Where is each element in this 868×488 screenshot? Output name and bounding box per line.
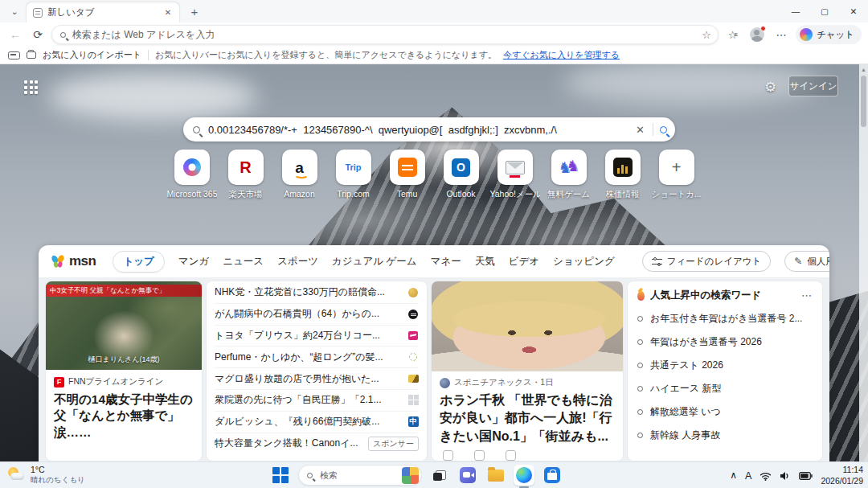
tray-clock[interactable]: 11:14 2026/01/29 — [821, 465, 863, 486]
browser-toolbar: ← ⟳ ☆ ☆≡ ⋯ チャット — [0, 23, 868, 47]
tab-weather[interactable]: 天気 — [475, 255, 495, 269]
favorites-import-button[interactable]: お気に入りのインポート — [43, 49, 141, 61]
windows-logo-icon — [272, 467, 289, 483]
microsoft-store-button[interactable] — [542, 465, 563, 486]
headline-item[interactable]: がん闘病中の石橋貴明（64）からの... — [215, 304, 419, 326]
scrollbar-thumb[interactable] — [861, 76, 866, 127]
quick-link-temu[interactable]: Temu — [382, 150, 432, 200]
hero-search-box[interactable]: ✕ — [183, 117, 675, 141]
speaker-icon[interactable] — [780, 471, 791, 481]
trending-search-item[interactable]: ハイエース 新型 — [637, 377, 813, 400]
tab-casual-games[interactable]: カジュアル ゲーム — [332, 255, 417, 269]
sponsored-headline-item[interactable]: 特大容量タンク搭載！Canonイ... スポンサー — [215, 433, 419, 455]
trending-search-item[interactable]: 新幹線 人身事故 — [637, 424, 813, 447]
search-icon — [637, 363, 643, 368]
trending-search-item[interactable]: 共通テスト 2026 — [637, 354, 813, 377]
news-card-photo[interactable]: スポニチアネックス・1日 ホラン千秋 「世界でも特に治安が良い」都市へ一人旅!「… — [431, 281, 624, 461]
search-icon — [60, 32, 66, 38]
publisher-black-disc-icon — [408, 310, 418, 319]
tab-sports[interactable]: スポーツ — [277, 255, 318, 269]
tray-chevron-icon[interactable]: ∧ — [730, 470, 737, 481]
amazon-icon: a — [295, 160, 304, 175]
search-icon — [637, 339, 643, 345]
hero-search-input[interactable] — [207, 123, 628, 137]
news-headline[interactable]: 不明の14歳女子中学生の父「なんとか無事で」涙…… — [46, 388, 202, 441]
tab-manga[interactable]: マンガ — [178, 255, 209, 269]
quick-link-add-shortcut[interactable]: + ショートカ... — [651, 150, 702, 200]
tab-money[interactable]: マネー — [431, 255, 461, 269]
more-options-icon[interactable]: ⋯ — [801, 289, 813, 301]
page-settings-gear-icon[interactable]: ⚙ — [764, 79, 776, 96]
page-scrollbar[interactable]: ▲ — [859, 64, 868, 461]
wifi-icon[interactable] — [760, 471, 772, 481]
file-explorer-button[interactable] — [485, 465, 506, 486]
tab-close-icon[interactable]: ✕ — [162, 6, 174, 19]
quick-link-microsoft-365[interactable]: Microsoft 365 — [166, 150, 217, 200]
reload-icon[interactable]: ⟳ — [29, 26, 47, 43]
tab-news[interactable]: ニュース — [223, 255, 264, 269]
address-bar[interactable]: ☆ — [51, 25, 719, 44]
clear-search-icon[interactable]: ✕ — [634, 124, 646, 136]
search-highlight-icon[interactable] — [402, 467, 419, 484]
comment-icon[interactable] — [474, 450, 485, 461]
start-button[interactable] — [270, 465, 291, 486]
trending-search-item[interactable]: お年玉付き年賀はがき当選番号 2... — [637, 307, 813, 330]
signin-button[interactable]: サインイン — [788, 76, 838, 96]
edge-taskbar-button[interactable] — [514, 465, 534, 486]
address-input[interactable] — [71, 28, 697, 41]
quick-link-stock-info[interactable]: 株価情報 — [597, 150, 648, 200]
profile-avatar[interactable] — [747, 25, 767, 44]
news-card-feature[interactable]: 中3女子不明 父親「なんとか無事で」 樋口まりんさん(14歳) F FNNプライ… — [45, 281, 203, 461]
personalize-button[interactable]: ✎ 個人用設定 — [784, 251, 829, 272]
news-headline[interactable]: ホラン千秋 「世界でも特に治安が良い」都市へ一人旅!「行きたい国No.1」「街並… — [432, 388, 623, 445]
tab-video[interactable]: ビデオ — [509, 255, 539, 269]
close-button[interactable]: ✕ — [839, 0, 868, 23]
headline-item[interactable]: マグロ盛り放題の店で男性が抱いた... — [215, 368, 419, 390]
settings-more-icon[interactable]: ⋯ — [772, 25, 791, 44]
back-icon[interactable]: ← — [6, 26, 24, 43]
copilot-chat-button[interactable]: チャット — [796, 25, 862, 44]
headline-item[interactable]: Perfume・かしゆか、“超ロング”の髪... — [215, 347, 419, 368]
quick-link-free-games[interactable]: ♞♞ 無料ゲーム — [543, 150, 594, 200]
msn-logo[interactable]: msn — [50, 253, 96, 269]
scroll-up-icon[interactable]: ▲ — [861, 67, 866, 72]
ime-indicator[interactable]: A — [745, 470, 751, 482]
quick-link-outlook[interactable]: O Outlook — [436, 150, 486, 200]
engagement-row[interactable] — [432, 445, 623, 461]
stock-info-icon — [613, 158, 633, 177]
headline-item[interactable]: ダルビッシュ、『残り66億円契約破... 中 — [215, 412, 419, 433]
favorites-bar-toggle-icon[interactable] — [8, 51, 20, 59]
minimize-button[interactable]: — — [781, 0, 810, 23]
headline-item[interactable]: NHK党・立花党首に330万円の賠償命... — [215, 282, 419, 304]
trending-search-item[interactable]: 解散総選挙 いつ — [637, 400, 813, 424]
submit-search-icon[interactable] — [660, 126, 667, 133]
headline-item[interactable]: トヨタ「プリウス」約24万台リコー... — [215, 326, 419, 347]
active-tab[interactable]: 新しいタブ ✕ — [26, 2, 180, 23]
app-launcher-icon[interactable] — [24, 80, 38, 94]
taskbar-search-input[interactable] — [318, 470, 396, 481]
quick-link-yahoo-mail[interactable]: Yahoo!メール — [489, 150, 540, 200]
task-view-button[interactable] — [429, 465, 450, 486]
manage-favorites-link[interactable]: 今すぐお気に入りを管理する — [503, 49, 620, 61]
weather-widget[interactable]: 1°C 晴れのちくもり — [6, 465, 85, 485]
trending-search-item[interactable]: 年賀はがき当選番号 2026 — [637, 330, 813, 354]
taskbar-search-box[interactable] — [298, 465, 422, 486]
headline-item[interactable]: 衆院選の先に待つ「自民圧勝」「2.1... — [215, 390, 419, 412]
tab-shopping[interactable]: ショッピング — [553, 255, 615, 269]
tab-top[interactable]: トップ — [113, 251, 164, 273]
quick-link-rakuten[interactable]: R 楽天市場 — [220, 150, 271, 200]
feed-layout-button[interactable]: フィードのレイアウト — [642, 251, 771, 272]
battery-icon[interactable] — [799, 472, 813, 480]
teams-chat-button[interactable] — [457, 465, 478, 486]
quick-links-row: Microsoft 365 R 楽天市場 a Amazon Trip Trip.… — [0, 150, 868, 200]
quick-link-trip-com[interactable]: Trip Trip.com — [328, 150, 379, 200]
fnn-logo-icon: F — [54, 377, 64, 388]
tab-actions-chevron-icon[interactable]: ⌄ — [5, 2, 24, 20]
like-icon[interactable] — [443, 450, 453, 461]
favorite-star-icon[interactable]: ☆ — [702, 29, 711, 41]
favorites-collections-icon[interactable]: ☆≡ — [723, 25, 743, 44]
share-icon[interactable] — [506, 450, 516, 461]
new-tab-button[interactable]: + — [185, 2, 204, 21]
quick-link-amazon[interactable]: a Amazon — [274, 150, 325, 200]
maximize-button[interactable]: ▢ — [810, 0, 839, 23]
